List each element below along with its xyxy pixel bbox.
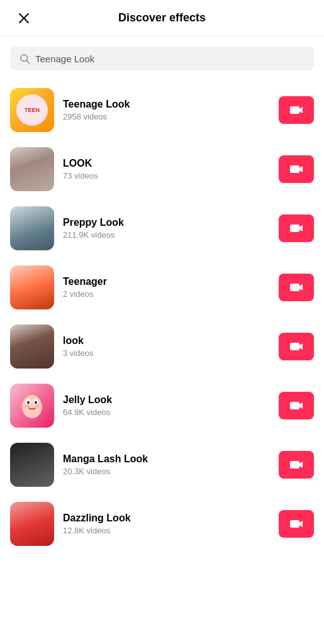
svg-rect-8 — [290, 225, 299, 232]
svg-rect-24 — [290, 461, 299, 469]
list-item: TEEN Teenage Look 2958 videos — [0, 80, 324, 140]
svg-marker-5 — [299, 107, 303, 113]
record-button[interactable] — [279, 392, 314, 419]
svg-rect-22 — [290, 402, 299, 409]
effect-thumbnail — [10, 147, 54, 191]
close-button[interactable] — [13, 7, 35, 30]
effect-info: Teenager 2 videos — [63, 276, 270, 299]
svg-rect-12 — [290, 343, 299, 350]
camera-icon — [289, 221, 304, 236]
svg-point-19 — [35, 401, 37, 404]
page-title: Discover effects — [118, 11, 206, 25]
list-item: Preppy Look 211.9K videos — [0, 199, 324, 258]
effect-name: Dazzling Look — [63, 513, 270, 524]
record-button[interactable] — [279, 214, 314, 242]
svg-rect-10 — [290, 284, 299, 291]
record-button[interactable] — [279, 451, 314, 479]
camera-icon — [289, 162, 304, 177]
svg-marker-11 — [299, 284, 303, 291]
effect-name: Teenager — [63, 276, 270, 287]
svg-line-3 — [26, 60, 29, 63]
list-item: LOOK 73 videos — [0, 140, 324, 199]
jelly-look-illustration — [17, 391, 47, 421]
svg-marker-27 — [299, 521, 303, 527]
effect-thumbnail — [10, 265, 54, 309]
effect-thumbnail — [10, 384, 54, 428]
effect-thumbnail — [10, 206, 54, 250]
svg-marker-23 — [299, 402, 303, 409]
record-button[interactable] — [279, 274, 314, 301]
effects-list: TEEN Teenage Look 2958 videos LOOK 73 vi… — [0, 75, 324, 558]
search-icon — [19, 53, 30, 64]
svg-marker-7 — [299, 166, 303, 172]
effect-info: Preppy Look 211.9K videos — [63, 217, 270, 240]
list-item: Jelly Look 64.9K videos — [0, 376, 324, 435]
effect-thumbnail: TEEN — [10, 88, 54, 132]
svg-point-21 — [35, 404, 40, 408]
svg-rect-6 — [290, 165, 299, 173]
effect-name: Preppy Look — [63, 217, 270, 228]
record-button[interactable] — [279, 510, 314, 538]
effect-thumbnail — [10, 502, 54, 546]
svg-marker-25 — [299, 462, 303, 468]
record-button[interactable] — [279, 155, 314, 183]
svg-rect-26 — [290, 520, 299, 528]
effect-info: look 3 videos — [63, 335, 270, 358]
effect-name: Jelly Look — [63, 394, 270, 406]
close-icon — [18, 13, 30, 24]
svg-point-20 — [25, 404, 30, 408]
effect-thumbnail — [10, 325, 54, 369]
record-button[interactable] — [279, 333, 314, 360]
svg-marker-9 — [299, 225, 303, 231]
effect-name: Teenage Look — [63, 99, 270, 110]
effect-name: LOOK — [63, 158, 270, 169]
effect-count: 64.9K videos — [63, 408, 270, 417]
svg-marker-13 — [299, 343, 303, 350]
effect-count: 2 videos — [63, 289, 270, 299]
camera-icon — [289, 398, 304, 413]
effect-name: look — [63, 335, 270, 347]
effect-count: 2958 videos — [63, 112, 270, 121]
camera-icon — [289, 103, 304, 118]
effect-info: Teenage Look 2958 videos — [63, 99, 270, 121]
camera-icon — [289, 457, 304, 472]
record-button[interactable] — [279, 96, 314, 124]
effect-count: 73 videos — [63, 171, 270, 180]
search-bar[interactable]: Teenage Look — [10, 47, 314, 70]
svg-point-18 — [27, 401, 30, 404]
effect-info: LOOK 73 videos — [63, 158, 270, 180]
list-item: look 3 videos — [0, 317, 324, 376]
effect-count: 3 videos — [63, 348, 270, 358]
list-item: Teenager 2 videos — [0, 258, 324, 317]
effect-info: Manga Lash Look 20.3K videos — [63, 453, 270, 476]
camera-icon — [289, 339, 304, 354]
effect-info: Jelly Look 64.9K videos — [63, 394, 270, 417]
effect-count: 211.9K videos — [63, 230, 270, 240]
svg-rect-4 — [290, 106, 299, 114]
header: Discover effects — [0, 0, 324, 36]
list-item: Manga Lash Look 20.3K videos — [0, 435, 324, 494]
effect-info: Dazzling Look 12.8K videos — [63, 513, 270, 535]
list-item: Dazzling Look 12.8K videos — [0, 494, 324, 553]
effect-count: 12.8K videos — [63, 526, 270, 535]
effect-thumbnail — [10, 443, 54, 487]
camera-icon — [289, 516, 304, 531]
effect-name: Manga Lash Look — [63, 453, 270, 465]
search-query: Teenage Look — [35, 53, 94, 64]
camera-icon — [289, 280, 304, 295]
effect-count: 20.3K videos — [63, 467, 270, 476]
